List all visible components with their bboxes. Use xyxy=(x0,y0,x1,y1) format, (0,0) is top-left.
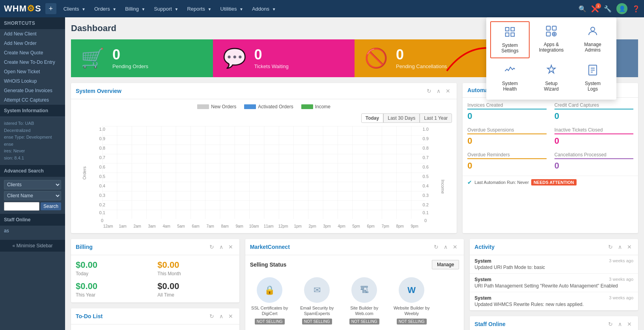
admins-icon xyxy=(587,25,599,40)
collapse-billing-btn[interactable]: ∧ xyxy=(218,243,225,251)
svg-text:2pm: 2pm xyxy=(308,224,316,228)
legend-income: Income xyxy=(301,104,330,109)
minimise-sidebar-button[interactable]: « Minimise Sidebar xyxy=(0,240,65,252)
billing-panel: Billing ↻ ∧ ✕ $0.00 Today xyxy=(71,239,239,302)
market-product-weebly: W Website Builder by Weebly NOT SELLING xyxy=(392,277,431,324)
close-todo-btn[interactable]: ✕ xyxy=(227,312,235,320)
system-overview-title: System Overview xyxy=(76,88,121,94)
add-button[interactable]: + xyxy=(45,3,56,14)
activity-panel: Activity ↻ ∧ ✕ System 3 weeks ago xyxy=(470,239,638,310)
auto-cancellations-label: Cancellations Processed xyxy=(554,152,633,158)
nav-utilities[interactable]: Utilities ▼ xyxy=(217,4,247,14)
nav-support[interactable]: Support ▼ xyxy=(150,4,182,14)
sidebar: Shortcuts Add New Client Add New Order C… xyxy=(0,17,65,330)
close-overview-btn[interactable]: ✕ xyxy=(444,87,452,95)
chart-btn-30days[interactable]: Last 30 Days xyxy=(383,113,420,123)
sidebar-link-create-quote[interactable]: Create New Quote xyxy=(0,48,65,57)
svg-rect-50 xyxy=(553,26,556,30)
dropdown-system-health[interactable]: SystemHealth xyxy=(490,60,530,96)
collapse-staff-btn[interactable]: ∧ xyxy=(616,320,623,328)
svg-text:4pm: 4pm xyxy=(338,224,345,228)
avatar[interactable]: 👤 xyxy=(616,3,627,14)
sidebar-link-whois[interactable]: WHOIS Lookup xyxy=(0,76,65,86)
activity-text-3: Updated WHMCS Rewrite Rules: new rules a… xyxy=(474,302,633,307)
refresh-activity-btn[interactable]: ↻ xyxy=(607,243,614,251)
svg-text:12am: 12am xyxy=(103,224,113,228)
dropdown-apps-integrations[interactable]: Apps &Integrations xyxy=(532,21,571,58)
svg-text:0.9: 0.9 xyxy=(423,136,429,141)
ticket-icon: 💬 xyxy=(223,47,246,69)
refresh-market-btn[interactable]: ↻ xyxy=(432,243,440,251)
svg-text:0.3: 0.3 xyxy=(423,193,429,198)
sidebar-link-cc[interactable]: Attempt CC Captures xyxy=(0,95,65,105)
nav-reports[interactable]: Reports ▼ xyxy=(183,4,215,14)
adv-search-input[interactable] xyxy=(4,202,39,211)
email-name: Email Security by SpamExperts xyxy=(297,305,337,317)
collapse-market-btn[interactable]: ∧ xyxy=(442,243,449,251)
ssl-icon: 🔒 xyxy=(257,277,282,303)
collapse-todo-btn[interactable]: ∧ xyxy=(218,312,225,320)
svg-text:0.2: 0.2 xyxy=(99,202,105,207)
todo-body xyxy=(71,324,239,330)
nav-addons[interactable]: Addons ▼ xyxy=(248,4,280,14)
refresh-staff-btn[interactable]: ↻ xyxy=(607,320,614,328)
adv-search-field-select[interactable]: Client Name xyxy=(4,191,61,200)
sidebar-link-add-client[interactable]: Add New Client xyxy=(0,29,65,39)
activity-time-3: 3 weeks ago xyxy=(609,295,633,301)
sidebar-link-ticket[interactable]: Open New Ticket xyxy=(0,67,65,76)
nav-clients[interactable]: Clients ▼ xyxy=(60,4,90,14)
refresh-overview-btn[interactable]: ↻ xyxy=(425,87,433,95)
auto-invoices-created: Invoices Created 0 xyxy=(467,102,546,121)
dropdown-system-logs[interactable]: SystemLogs xyxy=(573,60,612,96)
nav-billing[interactable]: Billing ▼ xyxy=(121,4,149,14)
svg-text:1pm: 1pm xyxy=(294,224,301,228)
dropdown-system-settings[interactable]: SystemSettings xyxy=(490,21,530,58)
collapse-overview-btn[interactable]: ∧ xyxy=(435,87,442,95)
chart-legend: New Orders Activated Orders Income xyxy=(76,104,452,109)
auto-divider-cancellations xyxy=(554,158,633,159)
svg-text:0.8: 0.8 xyxy=(99,146,105,150)
auto-overdue-susp: Overdue Suspensions 0 xyxy=(467,127,546,146)
billing-month-label: This Month xyxy=(157,271,234,276)
svg-rect-46 xyxy=(511,28,515,31)
manage-button[interactable]: Manage xyxy=(432,260,459,269)
refresh-todo-btn[interactable]: ↻ xyxy=(208,312,216,320)
close-market-btn[interactable]: ✕ xyxy=(451,243,459,251)
dropdown-manage-admins[interactable]: ManageAdmins xyxy=(573,21,612,58)
search-icon-btn[interactable]: 🔍 xyxy=(579,5,586,13)
svg-text:0.7: 0.7 xyxy=(99,155,105,160)
refresh-billing-btn[interactable]: ↻ xyxy=(208,243,216,251)
collapse-activity-btn[interactable]: ∧ xyxy=(616,243,623,251)
wrench-icon-btn[interactable]: 🔧 xyxy=(604,5,612,13)
close-staff-btn[interactable]: ✕ xyxy=(625,320,633,328)
marketconnect-body: Selling Status Manage 🔒 SSL Certificates… xyxy=(245,255,464,330)
sidebar-link-add-order[interactable]: Add New Order xyxy=(0,39,65,48)
nav-orders[interactable]: Orders ▼ xyxy=(90,4,120,14)
svg-text:0.5: 0.5 xyxy=(423,174,429,179)
billing-alltime-label: All Time xyxy=(157,292,234,298)
chart-btn-year[interactable]: Last 1 Year xyxy=(420,113,452,123)
billing-year: $0.00 This Year xyxy=(76,281,153,298)
chart-btn-today[interactable]: Today xyxy=(361,113,383,123)
adv-search-content: Clients Client Name Search xyxy=(0,177,65,214)
close-billing-btn[interactable]: ✕ xyxy=(227,243,235,251)
adv-search-type-select[interactable]: Clients xyxy=(4,180,61,189)
notifications-btn[interactable]: ❌ 1 xyxy=(591,5,599,13)
auto-cc-label: Credit Card Captures xyxy=(554,102,633,108)
dropdown-apps-label: Apps &Integrations xyxy=(539,42,564,53)
cart-icon: 🛒 xyxy=(81,47,105,69)
dropdown-setup-wizard[interactable]: SetupWizard xyxy=(532,60,571,96)
dropdown-grid: SystemSettings Apps &Integrations xyxy=(490,21,612,96)
help-icon-btn[interactable]: ❓ xyxy=(632,5,640,13)
search-button[interactable]: Search xyxy=(41,202,61,210)
svg-text:0.6: 0.6 xyxy=(99,165,105,169)
automation-panel: Automation Overview Invoices Created 0 C… xyxy=(463,83,638,233)
cancellations-label: Pending Cancellations xyxy=(396,63,447,69)
sidebar-link-todo[interactable]: Create New To-Do Entry xyxy=(0,57,65,67)
sidebar-link-invoices[interactable]: Generate Due Invoices xyxy=(0,86,65,95)
marketconnect-header: MarketConnect ↻ ∧ ✕ xyxy=(245,239,464,255)
close-activity-btn[interactable]: ✕ xyxy=(625,243,633,251)
svg-text:0.5: 0.5 xyxy=(99,174,105,179)
legend-label-income: Income xyxy=(315,104,330,109)
activity-item-3: System 3 weeks ago Updated WHMCS Rewrite… xyxy=(470,292,638,310)
